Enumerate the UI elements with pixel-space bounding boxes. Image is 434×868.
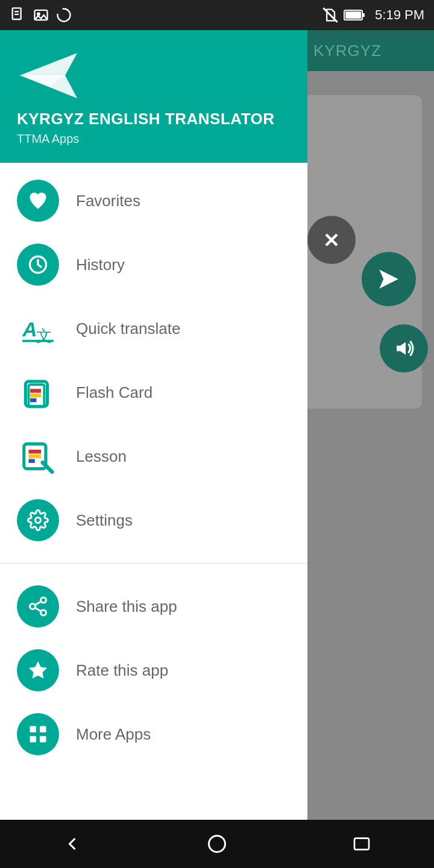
- menu-item-flash-card[interactable]: Flash Card: [0, 360, 307, 424]
- svg-rect-41: [354, 838, 369, 850]
- drawer-header: KYRGYZ ENGLISH TRANSLATOR TTMA Apps: [0, 30, 307, 163]
- doc-icon: [10, 7, 27, 24]
- history-label: History: [76, 256, 125, 274]
- settings-label: Settings: [76, 511, 133, 530]
- sound-icon: [393, 338, 415, 359]
- bg-topbar-label: KYRGYZ: [313, 42, 382, 60]
- share-icon-circle: [17, 585, 59, 627]
- status-bar: 5:19 PM: [0, 0, 434, 30]
- rate-label: Rate this app: [76, 661, 168, 680]
- grid-icon: [27, 723, 49, 745]
- more-apps-icon-circle: [17, 713, 59, 755]
- settings-icon-circle: [17, 499, 59, 541]
- navigation-drawer: KYRGYZ ENGLISH TRANSLATOR TTMA Apps Favo…: [0, 30, 307, 868]
- secondary-menu-section: Share this app Rate this app: [0, 568, 307, 772]
- home-button[interactable]: [193, 826, 241, 862]
- menu-item-share[interactable]: Share this app: [0, 574, 307, 638]
- menu-item-history[interactable]: History: [0, 233, 307, 297]
- share-icon: [27, 596, 49, 617]
- navigation-bar: [0, 820, 434, 868]
- svg-line-34: [35, 602, 41, 605]
- favorites-label: Favorites: [76, 192, 140, 210]
- send-button[interactable]: [362, 252, 416, 306]
- quick-translate-label: Quick translate: [76, 319, 180, 338]
- recents-button[interactable]: [338, 826, 386, 862]
- back-button[interactable]: [48, 826, 96, 862]
- lesson-icon-wrap: [17, 435, 59, 477]
- close-icon: [321, 229, 342, 251]
- logo-icon: [17, 50, 83, 101]
- svg-point-4: [37, 13, 39, 16]
- recents-icon: [352, 834, 371, 854]
- flashcard-icon: [19, 374, 57, 411]
- svg-rect-37: [40, 726, 46, 733]
- favorites-icon-circle: [17, 180, 59, 222]
- menu-divider: [0, 563, 307, 564]
- back-icon: [61, 833, 83, 855]
- send-icon: [376, 266, 401, 292]
- menu-item-favorites[interactable]: Favorites: [0, 169, 307, 233]
- svg-point-32: [41, 610, 46, 615]
- svg-marker-12: [397, 342, 406, 355]
- menu-item-quick-translate[interactable]: A 文 Quick translate: [0, 297, 307, 360]
- lesson-label: Lesson: [76, 447, 127, 466]
- svg-point-29: [36, 518, 41, 523]
- svg-point-5: [58, 9, 71, 22]
- translate-icon-wrap: A 文: [17, 307, 59, 350]
- spinner-icon: [55, 7, 72, 24]
- flash-card-label: Flash Card: [76, 383, 153, 402]
- rate-icon-circle: [17, 649, 59, 691]
- app-name: KYRGYZ ENGLISH TRANSLATOR: [17, 110, 291, 128]
- drawer-menu: Favorites History A 文: [0, 163, 307, 868]
- svg-rect-36: [30, 726, 37, 733]
- svg-point-30: [41, 597, 46, 603]
- translate-icon: A 文: [19, 310, 57, 347]
- svg-point-40: [209, 836, 225, 852]
- svg-line-33: [35, 608, 41, 611]
- heart-icon: [27, 190, 49, 212]
- menu-item-more-apps[interactable]: More Apps: [0, 702, 307, 766]
- svg-rect-7: [345, 11, 361, 19]
- menu-item-settings[interactable]: Settings: [0, 488, 307, 552]
- svg-marker-35: [29, 661, 47, 679]
- star-icon: [27, 659, 49, 681]
- clock-icon: [27, 254, 49, 275]
- history-icon-circle: [17, 244, 59, 286]
- svg-rect-38: [30, 736, 37, 743]
- status-right-icons: 5:19 PM: [322, 7, 424, 24]
- photo-icon: [33, 7, 49, 24]
- app-logo: [17, 48, 83, 102]
- lesson-icon: [19, 438, 57, 475]
- svg-marker-11: [379, 269, 398, 289]
- sound-button[interactable]: [380, 324, 428, 373]
- svg-point-31: [30, 604, 36, 609]
- battery-icon: [344, 9, 365, 21]
- svg-rect-8: [362, 13, 365, 17]
- company-name: TTMA Apps: [17, 132, 291, 146]
- clear-button[interactable]: [307, 216, 356, 264]
- menu-item-lesson[interactable]: Lesson: [0, 424, 307, 488]
- home-icon: [206, 833, 228, 855]
- share-label: Share this app: [76, 597, 177, 616]
- gear-icon: [27, 509, 49, 531]
- svg-text:A: A: [22, 318, 37, 341]
- menu-item-rate[interactable]: Rate this app: [0, 638, 307, 702]
- nosim-icon: [322, 7, 339, 24]
- status-left-icons: [10, 7, 72, 24]
- status-time: 5:19 PM: [375, 7, 424, 23]
- svg-rect-39: [40, 736, 46, 743]
- flashcard-icon-wrap: [17, 371, 59, 414]
- primary-menu-section: Favorites History A 文: [0, 163, 307, 558]
- more-apps-label: More Apps: [76, 725, 151, 744]
